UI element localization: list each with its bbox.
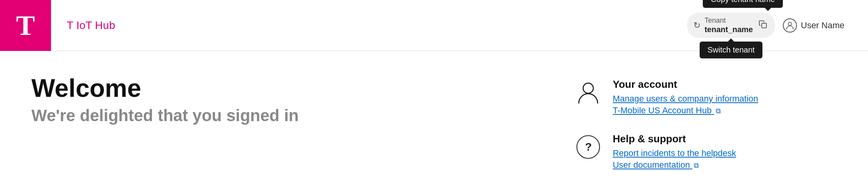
user-documentation-link[interactable]: User documentation ⧉ [613, 160, 736, 170]
external-link-icon: ⧉ [716, 107, 721, 115]
help-icon: ? [576, 134, 601, 160]
tenant-name: tenant_name [704, 25, 753, 34]
question-mark-icon: ? [576, 135, 600, 159]
svg-rect-0 [762, 23, 766, 28]
tmobile-logo: T [16, 11, 35, 40]
welcome-title: Welcome [31, 74, 299, 102]
tenant-info: Tenant tenant_name [704, 16, 753, 34]
report-incidents-link[interactable]: Report incidents to the helpdesk [613, 148, 736, 158]
logo-box: T [0, 0, 51, 51]
tmobile-account-hub-link[interactable]: T-Mobile US Account Hub ⧉ [613, 105, 758, 116]
refresh-icon: ↻ [693, 20, 700, 31]
manage-users-link[interactable]: Manage users & company information [613, 94, 758, 104]
tenant-pill[interactable]: ↻ Tenant tenant_name [687, 13, 775, 38]
help-support-card: ? Help & support Report incidents to the… [576, 133, 758, 172]
copy-tenant-button[interactable] [757, 18, 769, 33]
switch-tenant-tooltip: Switch tenant [700, 42, 762, 58]
user-button[interactable]: User Name [783, 18, 844, 33]
user-icon [783, 18, 797, 33]
header: T T IoT Hub Copy tenant name ↻ Tenant te… [0, 0, 868, 51]
help-support-title: Help & support [613, 133, 736, 145]
username-label: User Name [801, 20, 844, 31]
person-icon [576, 80, 601, 105]
your-account-title: Your account [613, 78, 758, 91]
svg-point-2 [583, 83, 593, 93]
help-support-content: Help & support Report incidents to the h… [613, 133, 736, 172]
cards-section: Your account Manage users & company info… [576, 74, 758, 172]
main-content: Welcome We're delighted that you signed … [0, 51, 868, 195]
external-link-icon-2: ⧉ [694, 162, 699, 170]
svg-point-1 [788, 22, 791, 25]
your-account-content: Your account Manage users & company info… [613, 78, 758, 117]
your-account-card: Your account Manage users & company info… [576, 78, 758, 117]
welcome-subtitle: We're delighted that you signed in [31, 106, 299, 125]
app-title: T IoT Hub [67, 19, 115, 32]
welcome-section: Welcome We're delighted that you signed … [31, 74, 299, 172]
header-right: Copy tenant name ↻ Tenant tenant_name Sw… [687, 13, 844, 38]
tenant-label: Tenant [704, 16, 753, 25]
tenant-section: Copy tenant name ↻ Tenant tenant_name Sw… [687, 13, 775, 38]
copy-tenant-tooltip: Copy tenant name [703, 0, 782, 8]
